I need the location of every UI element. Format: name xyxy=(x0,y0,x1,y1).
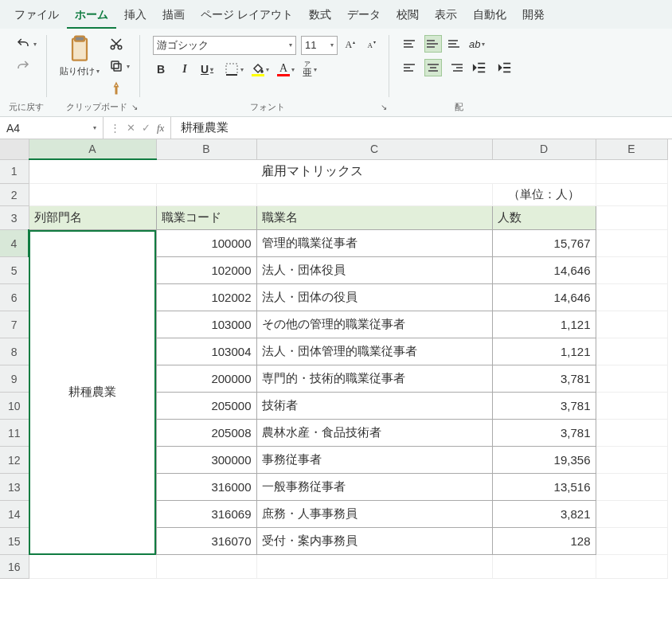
row-header[interactable]: 11 xyxy=(0,420,29,447)
cell[interactable] xyxy=(596,338,667,365)
chevron-down-icon[interactable]: ▾ xyxy=(482,41,485,48)
cut-button[interactable] xyxy=(106,35,133,53)
cell[interactable] xyxy=(596,230,667,257)
cell[interactable] xyxy=(596,420,667,447)
menu-developer[interactable]: 開発 xyxy=(514,3,553,29)
col-header-b[interactable]: B xyxy=(156,139,256,159)
menu-review[interactable]: 校閲 xyxy=(389,3,427,29)
cell-code[interactable]: 100000 xyxy=(156,230,256,257)
col-header-d[interactable]: D xyxy=(492,139,596,159)
font-name-select[interactable]: 游ゴシック ▾ xyxy=(153,36,296,55)
cell-header-a[interactable]: 列部門名 xyxy=(29,206,156,230)
cell-count[interactable]: 128 xyxy=(492,528,596,555)
row-header[interactable]: 16 xyxy=(0,555,29,579)
cell-occupation[interactable]: 受付・案内事務員 xyxy=(256,528,492,555)
row-header[interactable]: 6 xyxy=(0,284,29,311)
row-header[interactable]: 2 xyxy=(0,184,29,206)
chevron-down-icon[interactable]: ▾ xyxy=(33,41,37,48)
row-header[interactable]: 9 xyxy=(0,365,29,393)
menu-pagelayout[interactable]: ページ レイアウト xyxy=(193,3,301,29)
align-left-button[interactable] xyxy=(402,59,420,76)
cell[interactable] xyxy=(596,311,667,338)
orientation-button[interactable]: ab ▾ xyxy=(469,38,485,50)
cell-code[interactable]: 102000 xyxy=(156,257,256,284)
cell-count[interactable]: 19,356 xyxy=(492,447,596,474)
menu-insert[interactable]: 挿入 xyxy=(116,3,154,29)
redo-button[interactable] xyxy=(13,57,40,75)
cell[interactable] xyxy=(596,555,667,579)
cell-header-c[interactable]: 職業名 xyxy=(256,206,492,230)
chevron-down-icon[interactable]: ▾ xyxy=(93,124,96,131)
cell-code[interactable]: 300000 xyxy=(156,447,256,474)
align-bottom-button[interactable] xyxy=(447,35,464,53)
row-header[interactable]: 10 xyxy=(0,393,29,420)
cell-unit[interactable]: （単位：人） xyxy=(492,184,596,206)
cell-code[interactable]: 103004 xyxy=(156,338,256,365)
cell-count[interactable]: 3,821 xyxy=(492,501,596,528)
underline-button[interactable]: U ▾ xyxy=(201,63,217,76)
chevron-down-icon[interactable]: ▾ xyxy=(127,63,130,70)
menu-home[interactable]: ホーム xyxy=(67,3,116,29)
cell-count[interactable]: 14,646 xyxy=(492,284,596,311)
copy-button[interactable]: ▾ xyxy=(106,57,133,75)
cell[interactable] xyxy=(596,257,667,284)
cell-count[interactable]: 3,781 xyxy=(492,365,596,393)
cell[interactable] xyxy=(596,159,667,184)
cell-occupation[interactable]: 法人・団体役員 xyxy=(256,257,492,284)
cell-occupation[interactable]: 法人・団体管理的職業従事者 xyxy=(256,338,492,365)
cell-occupation[interactable]: 一般事務従事者 xyxy=(256,474,492,501)
fill-color-button[interactable]: ▾ xyxy=(252,63,269,76)
col-header-c[interactable]: C xyxy=(256,139,492,159)
cell[interactable] xyxy=(29,184,156,206)
cell-code[interactable]: 316069 xyxy=(156,501,256,528)
align-middle-button[interactable] xyxy=(424,35,442,53)
chevron-down-icon[interactable]: ▾ xyxy=(266,66,269,73)
borders-button[interactable]: ▾ xyxy=(225,62,244,76)
chevron-down-icon[interactable]: ▾ xyxy=(96,68,100,75)
cell-header-d[interactable]: 人数 xyxy=(492,206,596,230)
row-header[interactable]: 12 xyxy=(0,447,29,474)
menu-formulas[interactable]: 数式 xyxy=(301,3,339,29)
cell-occupation[interactable]: 庶務・人事事務員 xyxy=(256,501,492,528)
align-center-button[interactable] xyxy=(424,59,442,76)
cell-count[interactable]: 3,781 xyxy=(492,393,596,420)
cell[interactable] xyxy=(596,528,667,555)
cell-occupation[interactable]: 管理的職業従事者 xyxy=(256,230,492,257)
cell[interactable] xyxy=(156,184,256,206)
font-dialog-launcher[interactable]: ↘ xyxy=(381,103,387,111)
cell-code[interactable]: 316070 xyxy=(156,528,256,555)
align-right-button[interactable] xyxy=(447,59,464,76)
select-all-corner[interactable] xyxy=(0,139,29,159)
chevron-down-icon[interactable]: ▾ xyxy=(314,66,317,73)
row-header[interactable]: 7 xyxy=(0,311,29,338)
cell-count[interactable]: 1,121 xyxy=(492,311,596,338)
menu-draw[interactable]: 描画 xyxy=(154,3,193,29)
undo-button[interactable]: ▾ xyxy=(13,35,40,53)
clipboard-dialog-launcher[interactable]: ↘ xyxy=(131,103,138,111)
cell[interactable] xyxy=(596,447,667,474)
menu-automate[interactable]: 自動化 xyxy=(465,3,514,29)
row-header[interactable]: 5 xyxy=(0,257,29,284)
paste-button[interactable]: 貼り付け▾ xyxy=(60,35,100,77)
cell-count[interactable]: 15,767 xyxy=(492,230,596,257)
cell[interactable] xyxy=(596,206,667,230)
cell-count[interactable]: 13,516 xyxy=(492,474,596,501)
cell[interactable] xyxy=(596,393,667,420)
cell[interactable] xyxy=(156,555,256,579)
cell-code[interactable]: 103000 xyxy=(156,311,256,338)
decrease-font-button[interactable]: A▾ xyxy=(365,35,382,55)
chevron-down-icon[interactable]: ▾ xyxy=(291,66,295,73)
increase-indent-button[interactable] xyxy=(494,59,515,76)
row-header[interactable]: 8 xyxy=(0,338,29,365)
row-header[interactable]: 14 xyxy=(0,501,29,528)
cell-occupation[interactable]: 専門的・技術的職業従事者 xyxy=(256,365,492,393)
cell[interactable] xyxy=(256,184,492,206)
name-box[interactable]: A4 ▾ xyxy=(0,117,104,139)
cell-count[interactable]: 1,121 xyxy=(492,338,596,365)
cell-merged-sector[interactable]: 耕種農業 xyxy=(29,230,156,555)
cell-code[interactable]: 102002 xyxy=(156,284,256,311)
cell[interactable] xyxy=(492,555,596,579)
cell[interactable] xyxy=(29,555,156,579)
cell-code[interactable]: 205000 xyxy=(156,393,256,420)
cell-title[interactable]: 雇用マトリックス xyxy=(29,159,596,184)
